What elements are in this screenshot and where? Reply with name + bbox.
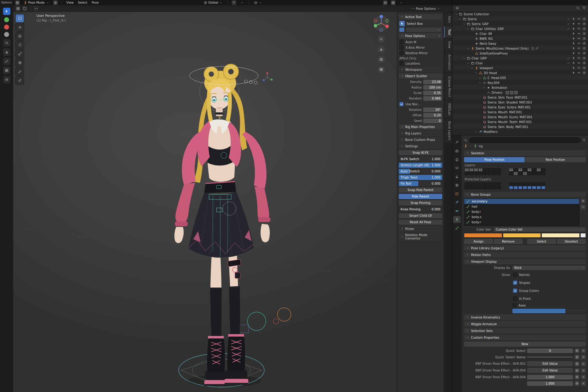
- n-tab-rbdlab[interactable]: RBDLab: [445, 100, 452, 118]
- snap-magnet-icon[interactable]: [232, 0, 236, 5]
- object-scatter-panel-header[interactable]: Object Scatter: [399, 73, 442, 79]
- layer-toggle[interactable]: [527, 182, 532, 186]
- delete-icon[interactable]: [581, 368, 586, 373]
- layer-toggle[interactable]: [465, 172, 469, 175]
- layer-toggle[interactable]: [492, 168, 496, 172]
- properties-tab-world[interactable]: [453, 182, 461, 189]
- field-value[interactable]: 20°: [423, 107, 442, 112]
- cursor-toggle-icon[interactable]: [572, 17, 575, 21]
- field-value[interactable]: 23.08: [423, 80, 442, 84]
- eye-toggle-icon[interactable]: [577, 51, 581, 55]
- properties-tab-render[interactable]: [453, 148, 461, 154]
- outliner-row-char-utilities-grp[interactable]: Char_Utilities_GRP: [452, 26, 588, 31]
- eye-toggle-icon[interactable]: [577, 37, 581, 41]
- custom-properties-panel-header[interactable]: Custom Properties: [464, 335, 586, 340]
- workspace-panel-header[interactable]: Workspace: [399, 67, 442, 72]
- knee-pinning-slider[interactable]: Knee Pinning 0.000: [399, 207, 442, 212]
- color-swatch-2[interactable]: [503, 233, 541, 238]
- properties-tab-tool[interactable]: [453, 139, 461, 146]
- axes-checkbox[interactable]: [512, 303, 517, 307]
- camera-toggle-icon[interactable]: [582, 61, 586, 65]
- layer-toggle[interactable]: [527, 186, 532, 189]
- deselect-button[interactable]: Deselect: [557, 239, 586, 244]
- layer-toggle[interactable]: [474, 172, 478, 175]
- panel-rig-layers[interactable]: Rig Layers: [399, 130, 442, 136]
- wiggle-panel-header[interactable]: Wiggle Armature: [464, 321, 586, 327]
- eye-toggle-icon[interactable]: [577, 32, 581, 36]
- custom-prop-field[interactable]: 1.000: [527, 381, 573, 386]
- navigation-gizmo[interactable]: [372, 14, 391, 33]
- mode-transfer-icon[interactable]: [53, 0, 58, 5]
- layer-toggle[interactable]: [492, 186, 496, 189]
- selection-sets-panel-header[interactable]: Selection Sets: [464, 328, 586, 334]
- layer-toggle[interactable]: [518, 172, 522, 175]
- bone-group-secondary[interactable]: secondary: [464, 199, 579, 204]
- menu-pose[interactable]: Pose: [91, 1, 100, 4]
- check-toggle-icon[interactable]: [567, 61, 570, 65]
- tool-transform[interactable]: [16, 59, 24, 67]
- panel-rotation-mode-convertor[interactable]: Rotation Mode Convertor: [399, 232, 442, 241]
- settings-panel-header[interactable]: Settings: [399, 143, 442, 149]
- snap-target-dropdown[interactable]: [239, 1, 245, 5]
- n-tab-view[interactable]: View: [445, 38, 452, 51]
- cursor-toggle-icon[interactable]: [572, 27, 575, 31]
- field-value[interactable]: 0.986: [423, 96, 442, 101]
- checkbox-auto-ik[interactable]: Auto IK: [399, 40, 442, 44]
- checkbox[interactable]: [399, 102, 404, 106]
- proportional-edit-dropdown[interactable]: [253, 1, 263, 5]
- annotation-magnifier-button[interactable]: [3, 39, 10, 47]
- gear-icon[interactable]: [575, 375, 579, 379]
- checkbox[interactable]: [399, 40, 404, 44]
- eye-toggle-icon[interactable]: [577, 71, 581, 75]
- bone-group-body-x[interactable]: body.x: [464, 214, 579, 220]
- tool-mode-dropdown[interactable]: [406, 28, 442, 32]
- camera-toggle-icon[interactable]: [582, 17, 586, 21]
- slider-fix-roll[interactable]: Fix Roll0.000: [399, 181, 442, 186]
- layer-toggle[interactable]: [509, 186, 513, 189]
- tool-color-swatch[interactable]: [399, 28, 404, 32]
- zoom-icon[interactable]: [378, 36, 385, 43]
- field-value[interactable]: 0.35: [423, 91, 442, 95]
- outliner-row-sierra-mouth-gums-mat-001[interactable]: Sierra_Mouth_Gums_MAT.001: [452, 115, 588, 119]
- layer-toggle[interactable]: [465, 182, 469, 186]
- custom-prop-field[interactable]: 1.000: [527, 375, 573, 379]
- properties-filter-icon[interactable]: [582, 138, 586, 142]
- cursor-toggle-icon[interactable]: [572, 42, 575, 46]
- eye-toggle-icon[interactable]: [577, 66, 581, 70]
- layer-toggle[interactable]: [488, 168, 492, 172]
- checkbox-use-nor[interactable]: Use Nor...: [399, 102, 442, 106]
- bone-group-hair[interactable]: hair: [464, 204, 579, 209]
- properties-tab-scene[interactable]: [453, 173, 461, 180]
- layer-toggle[interactable]: [488, 182, 492, 186]
- add-bone-group-button[interactable]: [581, 198, 586, 203]
- checkbox-x-axis-mirror[interactable]: X-Axis Mirror: [399, 45, 442, 50]
- panel-picker[interactable]: Picker: [399, 226, 442, 232]
- gear-icon[interactable]: [575, 348, 579, 353]
- layer-toggle[interactable]: [478, 186, 483, 189]
- active-tool-panel-header[interactable]: Active Tool: [399, 14, 442, 20]
- eye-toggle-icon[interactable]: [577, 42, 581, 46]
- pose-library-panel-header[interactable]: Pose Library (Legacy): [464, 245, 586, 251]
- annotation-gear-button[interactable]: [3, 76, 10, 83]
- layer-toggle[interactable]: [478, 182, 483, 186]
- pose-options-panel-header[interactable]: Pose Options: [399, 33, 442, 39]
- checkbox[interactable]: [513, 296, 517, 301]
- layer-toggle[interactable]: [523, 172, 527, 175]
- layer-toggle[interactable]: [469, 168, 473, 172]
- color-gray-swatch[interactable]: [4, 32, 9, 37]
- camera-toggle-icon[interactable]: [582, 27, 586, 31]
- outliner-row-sierra-mouth-teeth-mat-001[interactable]: Sierra_Mouth_Teeth_MAT.001: [452, 119, 588, 124]
- assign-button[interactable]: Assign: [464, 239, 493, 244]
- outliner-editor-icon[interactable]: [455, 6, 460, 11]
- camera-toggle-icon[interactable]: [582, 37, 586, 41]
- snap-pole-parent-button[interactable]: Snap Pole Parent: [399, 187, 442, 193]
- checkbox[interactable]: [513, 281, 517, 285]
- properties-tab-modifiers[interactable]: [453, 199, 461, 206]
- editor-type-icon[interactable]: [15, 0, 20, 5]
- color-swatch-extra[interactable]: [580, 233, 586, 238]
- tool-move[interactable]: [16, 32, 24, 40]
- bone-groups-panel-header[interactable]: Bone Groups: [464, 192, 586, 197]
- layer-toggle[interactable]: [497, 168, 501, 172]
- checkbox[interactable]: [399, 61, 404, 66]
- camera-toggle-icon[interactable]: [582, 51, 586, 55]
